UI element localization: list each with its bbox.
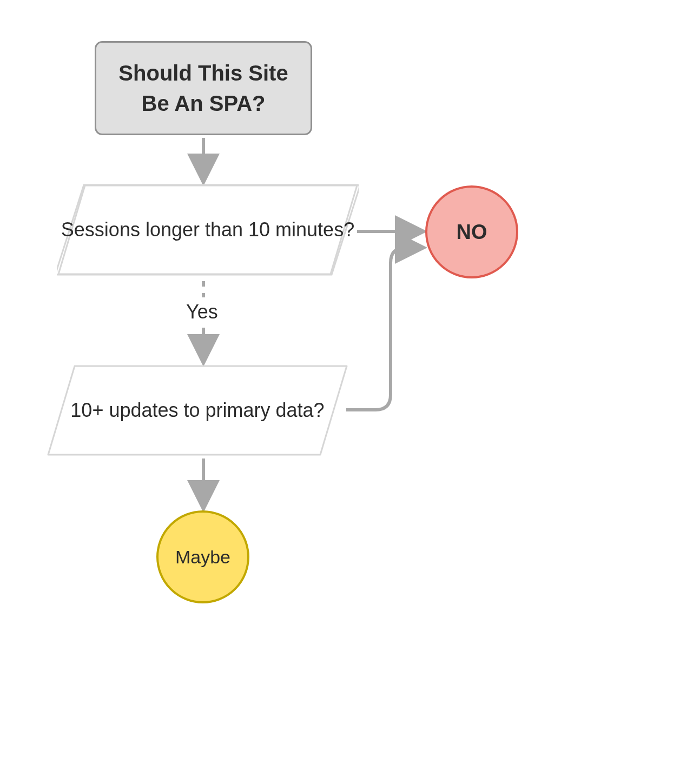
outcome-no-label: NO — [457, 221, 487, 244]
title-text: Should This Site Be An SPA? — [113, 58, 294, 118]
decision-sessions: Sessions longer than 10 minutes? — [57, 184, 359, 276]
decision-updates: 10+ updates to primary data? — [47, 364, 348, 456]
outcome-no: NO — [425, 185, 518, 278]
title-node: Should This Site Be An SPA? — [95, 41, 312, 135]
flowchart-canvas: Should This Site Be An SPA? Sessions lon… — [0, 0, 693, 784]
decision-sessions-label: Sessions longer than 10 minutes? — [61, 216, 354, 243]
edge-label-yes: Yes — [186, 301, 218, 323]
outcome-maybe-label: Maybe — [175, 547, 230, 568]
outcome-maybe: Maybe — [156, 510, 249, 603]
decision-updates-label: 10+ updates to primary data? — [70, 397, 324, 424]
